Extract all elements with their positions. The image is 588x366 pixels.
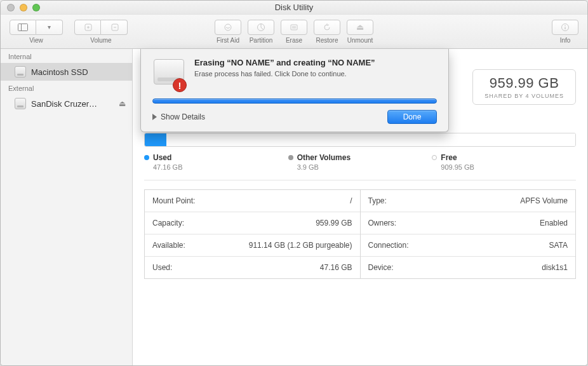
erase-icon: [289, 23, 299, 32]
info-value: 47.16 GB: [320, 263, 352, 272]
info-value: disk1s1: [542, 263, 568, 272]
toolbar: ▾ View Volume Firs: [1, 15, 587, 49]
sidebar: Internal Macintosh SSD External SanDisk …: [1, 49, 133, 365]
eject-button[interactable]: ⏏: [119, 99, 126, 108]
eject-icon: ⏏: [356, 22, 364, 32]
info-col-right: Type:APFS Volume Owners:Enabled Connecti…: [361, 190, 576, 278]
partition-button[interactable]: [248, 20, 274, 35]
info-value: SATA: [549, 241, 568, 250]
disk-icon: [15, 98, 26, 109]
table-row: Available:911.14 GB (1.2 GB purgeable): [145, 234, 360, 257]
info-value: Enabled: [540, 219, 568, 227]
table-row: Used:47.16 GB: [145, 257, 360, 278]
table-row: Mount Point:/: [145, 190, 360, 212]
toolbar-volume-group: Volume: [74, 20, 128, 44]
info-icon: [560, 23, 570, 32]
show-details-toggle[interactable]: Show Details: [152, 112, 205, 121]
view-sidebar-button[interactable]: [10, 20, 36, 35]
legend-dot-used: [144, 155, 149, 160]
restore-icon: [322, 23, 332, 32]
sidebar-section-internal: Internal: [1, 49, 132, 63]
svg-rect-0: [18, 24, 28, 30]
info-col-left: Mount Point:/ Capacity:959.99 GB Availab…: [145, 190, 361, 278]
info-value: /: [350, 196, 352, 205]
table-row: Capacity:959.99 GB: [145, 212, 360, 234]
info-key: Owners:: [368, 219, 397, 227]
info-value: 959.99 GB: [316, 219, 352, 227]
svg-point-7: [225, 24, 231, 30]
legend-used-value: 47.16 GB: [144, 163, 288, 171]
usage-legend: Used 47.16 GB Other Volumes 3.9 GB Free …: [144, 153, 576, 171]
capacity-subtitle: SHARED BY 4 VOLUMES: [484, 93, 564, 99]
legend-free-label: Free: [441, 153, 457, 162]
partition-label: Partition: [250, 37, 273, 44]
disk-utility-window: Disk Utility ▾ View: [0, 0, 588, 366]
svg-point-15: [565, 25, 566, 26]
done-button-label: Done: [403, 112, 422, 121]
sidebar-item-sandisk[interactable]: SanDisk Cruzer… ⏏: [1, 95, 132, 112]
info-key: Connection:: [368, 241, 409, 250]
info-key: Capacity:: [152, 219, 184, 227]
toolbar-volume-label: Volume: [90, 37, 111, 44]
window-title: Disk Utility: [1, 3, 587, 12]
legend-other-label: Other Volumes: [297, 153, 351, 162]
table-row: Connection:SATA: [361, 234, 576, 257]
restore-label: Restore: [316, 37, 338, 44]
info-key: Device:: [368, 263, 394, 272]
sheet-disk-icon: !: [152, 58, 185, 91]
disk-icon: [15, 66, 26, 78]
first-aid-button[interactable]: [215, 20, 241, 35]
info-button[interactable]: [552, 20, 578, 35]
info-value: APFS Volume: [520, 196, 568, 205]
chevron-down-icon: ▾: [48, 24, 51, 30]
stethoscope-icon: [223, 23, 233, 32]
usage-bar: [144, 133, 576, 147]
toolbar-view-label: View: [29, 37, 43, 44]
capacity-value: 959.99 GB: [484, 75, 564, 92]
erase-label: Erase: [286, 37, 302, 44]
view-mode-button[interactable]: ▾: [36, 20, 63, 35]
legend-other-value: 3.9 GB: [288, 163, 432, 171]
done-button[interactable]: Done: [387, 110, 437, 124]
separator: [144, 180, 576, 180]
volume-add-button[interactable]: [74, 20, 101, 35]
info-key: Available:: [152, 241, 185, 250]
volume-remove-icon: [109, 23, 119, 32]
info-key: Mount Point:: [152, 196, 195, 205]
partition-icon: [256, 23, 266, 32]
volume-remove-button[interactable]: [101, 20, 128, 35]
info-label: Info: [560, 37, 571, 44]
unmount-label: Unmount: [347, 37, 373, 44]
info-key: Used:: [152, 263, 172, 272]
capacity-box: 959.99 GB SHARED BY 4 VOLUMES: [472, 69, 576, 105]
sheet-heading: Erasing “NO NAME” and creating “NO NAME”: [194, 58, 375, 67]
show-details-label: Show Details: [161, 112, 205, 121]
svg-line-10: [261, 27, 264, 30]
error-badge-icon: !: [173, 78, 187, 92]
table-row: Type:APFS Volume: [361, 190, 576, 212]
sidebar-item-label: SanDisk Cruzer…: [31, 99, 97, 109]
sidebar-icon: [18, 24, 28, 31]
progress-bar: [152, 98, 437, 104]
info-key: Type:: [368, 196, 387, 205]
sidebar-item-macintosh-ssd[interactable]: Macintosh SSD: [1, 63, 132, 81]
legend-dot-free: [432, 155, 437, 160]
legend-used-label: Used: [153, 153, 171, 162]
info-table: Mount Point:/ Capacity:959.99 GB Availab…: [144, 189, 576, 279]
sidebar-item-label: Macintosh SSD: [31, 67, 88, 77]
restore-button[interactable]: [314, 20, 340, 35]
first-aid-label: First Aid: [217, 37, 239, 44]
erase-button[interactable]: [281, 20, 307, 35]
unmount-button[interactable]: ⏏: [347, 20, 373, 35]
svg-rect-11: [291, 25, 297, 30]
disclosure-triangle-icon: [152, 114, 157, 120]
erase-sheet: ! Erasing “NO NAME” and creating “NO NAM…: [140, 49, 449, 132]
table-row: Device:disk1s1: [361, 257, 576, 278]
info-value: 911.14 GB (1.2 GB purgeable): [249, 241, 352, 250]
table-row: Owners:Enabled: [361, 212, 576, 234]
legend-dot-other: [288, 155, 293, 160]
sheet-subtext: Erase process has failed. Click Done to …: [194, 70, 375, 78]
titlebar: Disk Utility: [1, 1, 587, 15]
legend-free-value: 909.95 GB: [432, 163, 576, 171]
sidebar-section-external: External: [1, 81, 132, 95]
